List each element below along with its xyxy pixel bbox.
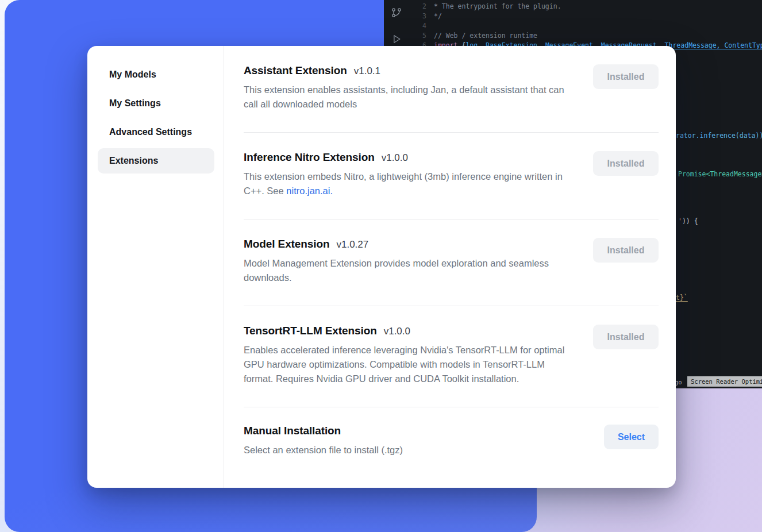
code-quote: ' <box>678 217 682 225</box>
extension-info: Model Extension v1.0.27 Model Management… <box>244 238 576 285</box>
extension-title-line: TensortRT-LLM Extension v1.0.0 <box>244 325 576 337</box>
settings-sidebar: My Models My Settings Advanced Settings … <box>87 46 224 488</box>
extension-description: Enables accelerated inference leveraging… <box>244 343 576 386</box>
extension-title: Assistant Extension <box>244 64 347 77</box>
manual-installation-title-line: Manual Installation <box>244 425 403 437</box>
code-line: 5 // Web / extension runtime <box>409 31 762 41</box>
code-text: */ <box>434 11 442 21</box>
code-fragment: rator.inference(data)); <box>676 131 762 141</box>
sidebar-item-advanced-settings[interactable]: Advanced Settings <box>98 119 214 145</box>
extension-version: v1.0.27 <box>336 239 368 250</box>
code-fragment: t}` <box>676 293 688 303</box>
installed-button[interactable]: Installed <box>593 325 659 349</box>
line-number: 4 <box>409 21 426 31</box>
extension-title-line: Model Extension v1.0.27 <box>244 238 576 250</box>
extension-info: TensortRT-LLM Extension v1.0.0 Enables a… <box>244 325 576 386</box>
extension-version: v1.0.0 <box>384 326 410 337</box>
extension-row-tensorrt: TensortRT-LLM Extension v1.0.0 Enables a… <box>244 306 659 407</box>
code-text: // Web / extension runtime <box>434 31 537 41</box>
extension-version: v1.0.1 <box>354 65 380 77</box>
code-rest: )) { <box>682 217 698 225</box>
sidebar-item-my-models[interactable]: My Models <box>98 62 214 87</box>
line-number: 2 <box>409 2 426 11</box>
screen-reader-optimize-badge[interactable]: Screen Reader Optimize <box>687 376 762 387</box>
sidebar-item-my-settings[interactable]: My Settings <box>98 91 214 116</box>
manual-installation-title: Manual Installation <box>244 425 341 437</box>
code-line: 3 */ <box>409 11 762 21</box>
extension-title: Inference Nitro Extension <box>244 151 375 164</box>
editor-code-area: 2 * The entrypoint for the plugin. 3 */ … <box>409 2 762 51</box>
extension-info: Inference Nitro Extension v1.0.0 This ex… <box>244 151 576 198</box>
extension-title-line: Assistant Extension v1.0.1 <box>244 64 576 77</box>
nitro-jan-ai-link[interactable]: nitro.jan.ai. <box>286 186 333 196</box>
extension-description: Model Management Extension provides mode… <box>244 256 576 285</box>
extension-info: Assistant Extension v1.0.1 This extensio… <box>244 64 576 111</box>
extensions-panel: Assistant Extension v1.0.1 This extensio… <box>224 46 676 488</box>
desktop-background: 2 * The entrypoint for the plugin. 3 */ … <box>0 0 762 532</box>
extension-title: Model Extension <box>244 238 329 250</box>
line-number: 5 <box>409 31 426 41</box>
line-number: 3 <box>409 11 426 21</box>
extension-row-assistant: Assistant Extension v1.0.1 This extensio… <box>244 46 659 133</box>
code-fragment: Promise<ThreadMessage> <box>678 169 762 179</box>
extension-row-nitro: Inference Nitro Extension v1.0.0 This ex… <box>244 133 659 219</box>
settings-modal: My Models My Settings Advanced Settings … <box>87 46 676 488</box>
extension-row-model: Model Extension v1.0.27 Model Management… <box>244 219 659 306</box>
sidebar-item-extensions[interactable]: Extensions <box>98 148 214 174</box>
code-fragment: ')) { <box>678 217 698 226</box>
manual-installation-description: Select an extension file to install (.tg… <box>244 443 403 457</box>
git-branch-icon[interactable] <box>391 7 402 21</box>
code-text: * The entrypoint for the plugin. <box>434 2 561 11</box>
extension-version: v1.0.0 <box>382 152 408 164</box>
extension-info: Manual Installation Select an extension … <box>244 425 403 457</box>
installed-button[interactable]: Installed <box>593 238 659 263</box>
select-file-button[interactable]: Select <box>604 425 659 449</box>
code-line: 4 <box>409 21 762 31</box>
manual-installation-row: Manual Installation Select an extension … <box>244 407 659 471</box>
extension-description: This extension enables assistants, inclu… <box>244 83 576 111</box>
extension-title-line: Inference Nitro Extension v1.0.0 <box>244 151 576 164</box>
installed-button[interactable]: Installed <box>593 64 659 89</box>
extension-description: This extension embeds Nitro, a lightweig… <box>244 169 576 198</box>
installed-button[interactable]: Installed <box>593 151 659 176</box>
extension-title: TensortRT-LLM Extension <box>244 325 377 337</box>
code-line: 2 * The entrypoint for the plugin. <box>409 2 762 11</box>
